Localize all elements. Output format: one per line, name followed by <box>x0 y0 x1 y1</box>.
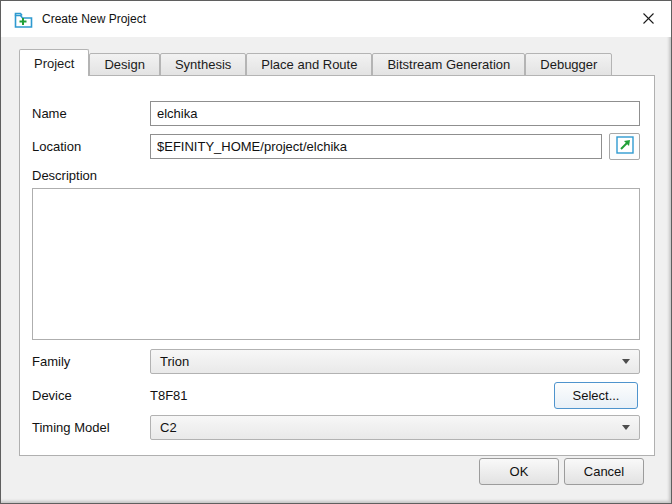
family-label: Family <box>32 354 70 369</box>
tab-bitstream-generation[interactable]: Bitstream Generation <box>372 53 525 76</box>
create-new-project-dialog: Create New Project Project Design Synthe… <box>0 0 672 504</box>
browse-location-button[interactable] <box>609 133 640 160</box>
cancel-button[interactable]: Cancel <box>564 458 644 485</box>
new-project-folder-icon <box>14 11 33 28</box>
tab-project[interactable]: Project <box>19 49 89 76</box>
project-tab-panel: Name Location Description Family Trion D… <box>19 75 655 456</box>
timing-model-label: Timing Model <box>32 420 110 435</box>
description-textarea[interactable] <box>32 188 640 340</box>
dialog-tabbar: Project Design Synthesis Place and Route… <box>19 49 612 76</box>
chevron-down-icon <box>622 359 630 364</box>
tab-synthesis[interactable]: Synthesis <box>160 53 246 76</box>
ok-button[interactable]: OK <box>479 458 559 485</box>
location-input[interactable] <box>150 134 602 159</box>
close-x-icon <box>643 12 654 27</box>
family-dropdown[interactable]: Trion <box>150 349 640 374</box>
device-label: Device <box>32 388 72 403</box>
timing-model-selected-value: C2 <box>160 420 177 435</box>
device-select-button[interactable]: Select... <box>554 382 638 409</box>
tab-design[interactable]: Design <box>89 53 159 76</box>
description-label: Description <box>32 168 97 183</box>
chevron-down-icon <box>622 425 630 430</box>
name-label: Name <box>32 106 67 121</box>
tab-debugger[interactable]: Debugger <box>525 53 612 76</box>
tab-place-and-route[interactable]: Place and Route <box>246 53 372 76</box>
timing-model-dropdown[interactable]: C2 <box>150 415 640 440</box>
device-value: T8F81 <box>150 388 188 403</box>
location-label: Location <box>32 139 81 154</box>
family-selected-value: Trion <box>160 354 189 369</box>
dialog-title: Create New Project <box>42 12 146 26</box>
dialog-titlebar: Create New Project <box>1 1 671 37</box>
close-button[interactable] <box>626 2 670 36</box>
open-folder-icon <box>616 136 634 157</box>
name-input[interactable] <box>150 101 640 126</box>
